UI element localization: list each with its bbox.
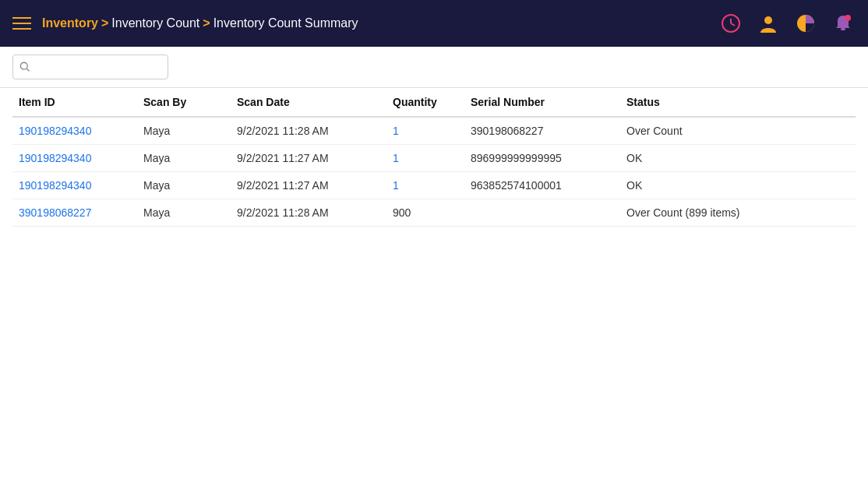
scan-by-cell: Maya xyxy=(137,199,231,227)
serial-number-cell xyxy=(464,199,620,227)
svg-point-6 xyxy=(845,15,851,21)
scan-by-cell: Maya xyxy=(137,145,231,172)
item-id-link[interactable]: 390198068227 xyxy=(19,206,91,219)
item-id-link[interactable]: 190198294340 xyxy=(19,179,91,192)
scan-date-cell: 9/2/2021 11:28 AM xyxy=(231,199,386,227)
header-right xyxy=(718,11,856,36)
quantity-cell[interactable]: 1 xyxy=(386,117,464,145)
header: Inventory > Inventory Count > Inventory … xyxy=(0,0,868,47)
breadcrumb: Inventory > Inventory Count > Inventory … xyxy=(42,16,358,30)
scan-date-cell: 9/2/2021 11:27 AM xyxy=(231,145,386,172)
search-box[interactable] xyxy=(12,55,168,79)
quantity-cell[interactable]: 1 xyxy=(386,145,464,172)
table-row: 390198068227Maya9/2/2021 11:28 AM900Over… xyxy=(12,199,856,227)
svg-line-8 xyxy=(26,69,29,71)
bell-icon[interactable] xyxy=(831,11,856,36)
svg-rect-5 xyxy=(841,28,845,30)
item-id-link[interactable]: 190198294340 xyxy=(19,125,91,137)
clock-icon[interactable] xyxy=(718,11,743,36)
svg-point-7 xyxy=(20,62,27,69)
svg-line-2 xyxy=(731,23,735,26)
user-icon[interactable] xyxy=(756,11,781,36)
col-header-scan-by: Scan By xyxy=(137,88,231,117)
scan-date-cell: 9/2/2021 11:27 AM xyxy=(231,172,386,199)
table-header-row: Item ID Scan By Scan Date Quantity Seria… xyxy=(12,88,856,117)
status-cell: Over Count (899 items) xyxy=(620,199,856,227)
scan-by-cell: Maya xyxy=(137,172,231,199)
table-container: Item ID Scan By Scan Date Quantity Seria… xyxy=(0,88,868,227)
table-row: 190198294340Maya9/2/2021 11:27 AM1963852… xyxy=(12,172,856,199)
breadcrumb-sep-1: > xyxy=(101,16,108,30)
breadcrumb-inventory[interactable]: Inventory xyxy=(42,16,98,30)
scan-date-cell: 9/2/2021 11:28 AM xyxy=(231,117,386,145)
serial-number-cell: 390198068227 xyxy=(464,117,620,145)
status-cell: OK xyxy=(620,172,856,199)
quantity-cell: 900 xyxy=(386,199,464,227)
status-cell: OK xyxy=(620,145,856,172)
search-bar xyxy=(0,47,868,88)
col-header-item-id: Item ID xyxy=(12,88,137,117)
col-header-scan-date: Scan Date xyxy=(231,88,386,117)
item-id-link[interactable]: 190198294340 xyxy=(19,152,91,164)
pie-chart-icon[interactable] xyxy=(793,11,818,36)
col-header-quantity: Quantity xyxy=(386,88,464,117)
quantity-cell[interactable]: 1 xyxy=(386,172,464,199)
search-icon xyxy=(19,61,30,73)
table-row: 190198294340Maya9/2/2021 11:28 AM1390198… xyxy=(12,117,856,145)
status-cell: Over Count xyxy=(620,117,856,145)
search-input[interactable] xyxy=(35,61,161,73)
svg-point-3 xyxy=(764,16,772,24)
serial-number-cell: 896999999999995 xyxy=(464,145,620,172)
breadcrumb-sep-2: > xyxy=(203,16,210,30)
serial-number-cell: 963852574100001 xyxy=(464,172,620,199)
col-header-serial-number: Serial Number xyxy=(464,88,620,117)
col-header-status: Status xyxy=(620,88,856,117)
breadcrumb-inventory-count[interactable]: Inventory Count xyxy=(111,16,199,30)
inventory-table: Item ID Scan By Scan Date Quantity Seria… xyxy=(12,88,856,227)
hamburger-menu[interactable] xyxy=(12,17,31,30)
breadcrumb-summary: Inventory Count Summary xyxy=(213,16,358,30)
table-row: 190198294340Maya9/2/2021 11:27 AM1896999… xyxy=(12,145,856,172)
header-left: Inventory > Inventory Count > Inventory … xyxy=(12,16,358,30)
scan-by-cell: Maya xyxy=(137,117,231,145)
